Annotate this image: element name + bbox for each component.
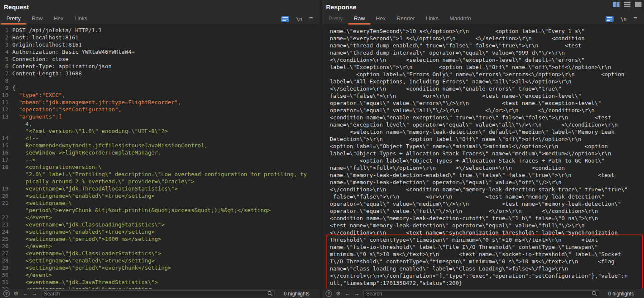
response-code-line[interactable]: <test name=\"memory-leak-detection\" ope… <box>330 222 644 229</box>
response-code-line[interactable]: name=\"full\">full<\/option>\r\n <\/sele… <box>330 164 644 171</box>
request-code-line[interactable]: 15 Recommendedwaytoedit.jfcfilesistouseJ… <box>0 142 320 149</box>
request-code-line[interactable]: 8 <box>0 77 320 84</box>
response-search-input[interactable] <box>363 290 600 297</box>
request-code-line[interactable]: 29 <settingname=\"period\">everyChunk</s… <box>0 264 320 271</box>
response-code-line[interactable]: <condition name=\"memory-leak-detection-… <box>330 215 644 222</box>
tab-pretty[interactable]: Pretty <box>323 14 348 25</box>
help-icon[interactable]: ? <box>326 290 332 297</box>
response-code-line[interactable]: name=\"memory-leak-detection\" operator=… <box>330 179 644 186</box>
request-code-line[interactable]: 14 <!-- <box>0 135 320 142</box>
response-code-line[interactable]: Threshold\" contentType=\"timespan\" min… <box>330 236 644 243</box>
request-code-line[interactable]: 13 "arguments":[ <box>0 113 320 120</box>
request-code-line[interactable]: 6Content-Type: application/json <box>0 63 320 70</box>
request-code-line[interactable]: 7Content-Length: 31688 <box>0 70 320 77</box>
response-code-line[interactable]: I\/O Threshold\" contentType=\"timespan\… <box>330 258 644 265</box>
response-code-line[interactable]: operator=\"equal\" value=\"medium\"\/>\r… <box>330 200 644 207</box>
response-code-line[interactable]: label=\"Object Types + Allocation Stack … <box>330 150 644 157</box>
rows-layout-icon[interactable] <box>623 1 631 7</box>
show-newlines-icon[interactable]: \n <box>620 16 626 22</box>
response-code-line[interactable]: false=\"false\">\r\n <or>\r\n <test name… <box>330 92 644 99</box>
request-code-line[interactable]: 30 </event> <box>0 271 320 279</box>
response-code-line[interactable]: <\/condition>\r\n <text name=\"synchroni… <box>330 229 644 236</box>
request-code-line[interactable]: 19 <eventname=\"jdk.ThreadAllocationStat… <box>0 185 320 192</box>
response-editor[interactable]: name=\"everyTenSecond\">10 s<\/option>\r… <box>322 25 644 289</box>
response-code-line[interactable]: false=\"false\">\r\n <or>\r\n <test name… <box>330 193 644 200</box>
response-code-line[interactable]: <\/condition>\r\n <selection name=\"exce… <box>330 56 644 63</box>
request-code-line[interactable]: 4, <box>0 120 320 127</box>
columns-layout-icon[interactable] <box>612 1 620 7</box>
response-code-line[interactable]: name=\"everyTenSecond\">10 s<\/option>\r… <box>330 28 644 35</box>
request-code-line[interactable]: 22 </event> <box>0 214 320 221</box>
tab-pretty[interactable]: Pretty <box>1 14 26 25</box>
request-code-line[interactable]: 18 <configurationversion=\ <box>0 163 320 171</box>
request-code-line[interactable]: 31 <eventname=\"jdk.JavaThreadStatistics… <box>0 279 320 286</box>
tab-raw[interactable]: Raw <box>348 14 370 25</box>
response-code-line[interactable]: <\/condition>\r\n <condition name=\"memo… <box>330 186 644 193</box>
request-search-input[interactable] <box>41 290 275 297</box>
next-match-icon[interactable]: → <box>354 290 359 297</box>
request-code-line[interactable]: 17 --> <box>0 156 320 163</box>
response-code-line[interactable]: name=\"thread-dump-enabled\" true=\"fals… <box>330 42 644 49</box>
tab-links[interactable]: Links <box>420 14 444 25</box>
response-code-line[interactable]: name=\"class-loading-enabled\" label=\"C… <box>330 265 644 272</box>
next-match-icon[interactable]: → <box>32 290 37 297</box>
request-code-line[interactable]: "<?xml version=\"1.0\" encoding=\"UTF-8\… <box>0 127 320 135</box>
request-code-line[interactable]: pically around 2 % overhead.\" provider=… <box>0 178 320 185</box>
tab-hex[interactable]: Hex <box>48 14 69 25</box>
syntax-format-icon[interactable] <box>281 16 289 22</box>
response-code-line[interactable]: Detection\">\r\n <option label=\"Off\" n… <box>330 135 644 143</box>
request-editor[interactable]: 1POST /api/jolokia/ HTTP/1.12Host: local… <box>0 25 320 289</box>
show-newlines-icon[interactable]: \n <box>296 16 302 22</box>
syntax-format-icon[interactable] <box>606 16 614 22</box>
response-code-line[interactable]: <option label=\"Object Types\" name=\"mi… <box>330 143 644 150</box>
tab-markinfo[interactable]: MarkInfo <box>444 14 477 25</box>
request-code-line[interactable]: 4Authorization: Basic YWRtaW46YWRtaW4= <box>0 48 320 55</box>
response-code-line[interactable]: <\/selection>\r\n <condition name=\"enab… <box>330 85 644 92</box>
search-settings-gear-icon[interactable]: ⚙ <box>14 290 19 297</box>
request-code-line[interactable]: 24 <settingname=\"enabled\">true</settin… <box>0 228 320 235</box>
response-code-line[interactable]: operator=\"equal\" value=\"errors\"\/>\r… <box>330 99 644 107</box>
response-code-line[interactable]: name=\"exception-level\" operator=\"equa… <box>330 121 644 128</box>
prev-match-icon[interactable]: ← <box>22 290 28 297</box>
response-code-line[interactable]: name=\"memory-leak-detection-enabled\" t… <box>330 171 644 179</box>
response-code-line[interactable]: <condition name=\"enable-exceptions\" tr… <box>330 114 644 121</box>
request-code-line[interactable]: 10 "type":"EXEC", <box>0 91 320 99</box>
tab-hex[interactable]: Hex <box>370 14 391 25</box>
request-code-line[interactable]: 11 "mbean":"jdk.management.jfr:type=Flig… <box>0 99 320 106</box>
request-code-line[interactable]: 9{ <box>0 84 320 91</box>
response-code-line[interactable]: label=\"All Exceptions, including Errors… <box>330 78 644 85</box>
tab-raw[interactable]: Raw <box>26 14 48 25</box>
request-code-line[interactable]: 3Origin:localhost:8161 <box>0 41 320 48</box>
request-code-line[interactable]: 25 <settingname=\"period\">1000 ms</sett… <box>0 235 320 243</box>
response-code-line[interactable]: name=\"file-io-threshold\" label=\"File … <box>330 243 644 251</box>
editor-menu-icon[interactable]: ≡ <box>633 16 637 22</box>
response-code-line[interactable]: name=\"everySecond\">1 s<\/option>\r\n <… <box>330 35 644 42</box>
response-code-line[interactable]: minimum=\"0 s\">10 ms<\/text>\r\n <text … <box>330 251 644 258</box>
response-code-line[interactable]: operator=\"equal\" value=\"all\"\/>\r\n … <box>330 107 644 114</box>
request-code-line[interactable]: 23 <eventname=\"jdk.ClassLoadingStatisti… <box>0 221 320 228</box>
request-code-line[interactable]: 5Connection: close <box>0 55 320 63</box>
response-code-line[interactable]: operator=\"equal\" value=\"full\"\/>\r\n… <box>330 207 644 215</box>
response-code-line[interactable]: name=\"thread-dump-interval\" operator=\… <box>330 49 644 56</box>
response-code-line[interactable]: label=\"Exceptions\">\r\n <option label=… <box>330 63 644 71</box>
response-code-line[interactable]: <option label=\"Object Types + Allocatio… <box>330 157 644 164</box>
request-code-line[interactable]: 2Host: localhost:8161 <box>0 34 320 41</box>
editor-menu-icon[interactable]: ≡ <box>309 16 313 22</box>
help-icon[interactable]: ? <box>3 290 10 297</box>
response-code-line[interactable]: <\/control>\r\n<\/configuration>"],"type… <box>330 272 644 279</box>
request-code-line[interactable]: "2.0\" label=\"Profiling\" description=\… <box>0 171 320 178</box>
request-code-line[interactable]: 27 <eventname=\"jdk.ClassLoaderStatistic… <box>0 250 320 257</box>
single-layout-icon[interactable] <box>634 1 642 7</box>
prev-match-icon[interactable]: ← <box>345 290 350 297</box>
tab-render[interactable]: Render <box>391 14 420 25</box>
request-code-line[interactable]: "period\">everyChunk &lt;%out.println(&q… <box>0 207 320 214</box>
request-code-line[interactable]: 26 </event> <box>0 243 320 250</box>
request-code-line[interactable]: 12 "operation":"setConfiguration", <box>0 106 320 113</box>
search-settings-gear-icon[interactable]: ⚙ <box>336 290 341 297</box>
response-code-line[interactable]: ull,"timestamp":1701358472,"status":200} <box>330 279 644 287</box>
request-code-line[interactable]: 20 <settingname=\"enabled\">true</settin… <box>0 192 320 199</box>
request-code-line[interactable]: 28 <settingname=\"enabled\">true</settin… <box>0 257 320 264</box>
response-code-line[interactable]: <option label=\"Errors Only\" name=\"err… <box>330 71 644 78</box>
request-code-line[interactable]: 1POST /api/jolokia/ HTTP/1.1 <box>0 27 320 34</box>
tab-links[interactable]: Links <box>69 14 93 25</box>
